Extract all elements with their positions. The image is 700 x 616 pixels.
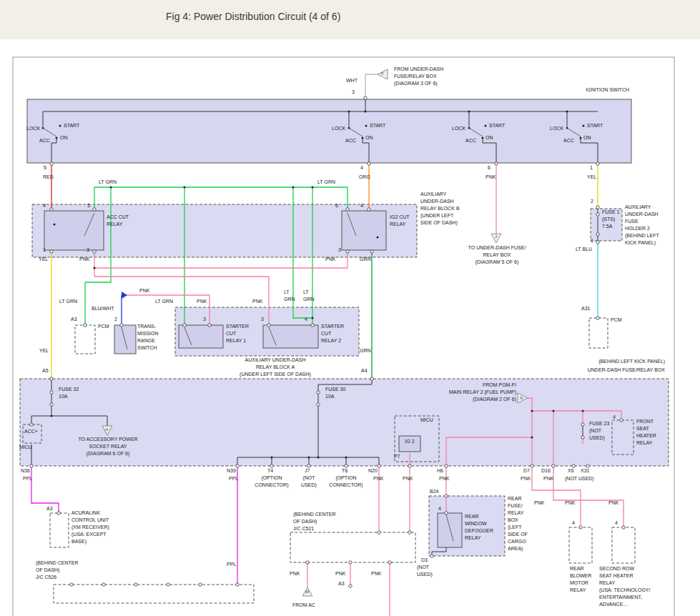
- pin-label: 5: [44, 164, 46, 172]
- label-pcm: PCM: [98, 323, 109, 330]
- terminal: [183, 324, 186, 327]
- junction-dot: [566, 127, 568, 129]
- wire-color-label: PNK: [543, 475, 553, 482]
- wire-color-label: PNK: [197, 298, 207, 305]
- terminal: [622, 526, 625, 529]
- wire-color-label: ORG: [359, 174, 370, 181]
- junction-dot: [312, 317, 314, 319]
- pin-label: X31: [581, 467, 589, 475]
- wire-color-label: PNK: [139, 287, 149, 294]
- pin-label: 1: [590, 164, 593, 172]
- pin-label: A5: [42, 367, 49, 374]
- starter-cut-relay-1-box: [179, 325, 223, 348]
- label-second-row-heater: SECOND ROW SEAT HEATER RELAY (USA: TECHN…: [599, 565, 650, 608]
- pin-label: 6: [335, 202, 338, 209]
- wire-color-label: LT GRN: [155, 298, 173, 305]
- junction-dot: [308, 457, 310, 459]
- junction-dot: [482, 137, 484, 139]
- label-from-diagram3: FROM UNDER-DASH FUSE/RELAY BOX (DIAGRAM …: [394, 66, 443, 87]
- pin-label: X6: [568, 467, 574, 475]
- pin-label: A3: [46, 505, 53, 512]
- wire-color-label: PNK: [373, 475, 383, 482]
- wire-color-label: PNK: [534, 500, 544, 507]
- connector-letter-n: N: [520, 396, 523, 401]
- junction-dot: [377, 237, 379, 239]
- wire-color-label: LT GRN: [303, 289, 315, 303]
- pin-label: D3: [421, 557, 428, 564]
- terminal: [370, 377, 373, 380]
- label-not-used: (NOT USED): [300, 475, 318, 489]
- wire-color-label: YEL: [39, 347, 49, 354]
- pin-label: A4: [361, 367, 368, 374]
- junction-dot: [365, 111, 367, 113]
- wire-color-label: GRN: [360, 256, 371, 263]
- switch-label-start: START: [489, 122, 505, 129]
- wire-color-label: PPL: [23, 475, 32, 482]
- label-behind-kick-panel: (BEHIND LEFT KICK PANEL): [565, 358, 665, 365]
- switch-label-acc: ACC: [563, 137, 574, 144]
- terminal: [199, 583, 202, 586]
- junction-dot: [468, 111, 470, 113]
- junction-dot: [345, 457, 347, 459]
- wire-color-label: PNK: [290, 570, 300, 577]
- terminal: [346, 208, 349, 211]
- terminal: [378, 531, 380, 534]
- terminal: [70, 583, 73, 586]
- pin-label: 4: [360, 164, 363, 172]
- label-rear-defogger: REAR WINDOW DEFOGGER RELAY: [465, 513, 493, 542]
- terminal: [596, 213, 599, 216]
- pin-label: 3: [203, 316, 206, 323]
- junction-dot: [468, 127, 470, 129]
- junction-dot: [348, 111, 350, 113]
- connector-letter-j: J: [495, 234, 497, 239]
- junction-dot: [485, 125, 487, 127]
- wire-color-label: LT GRN: [284, 289, 295, 303]
- terminal: [102, 583, 105, 586]
- switch-label-lock: LOCK: [452, 125, 465, 132]
- terminal: [581, 436, 584, 439]
- terminal: [50, 208, 53, 211]
- pin-label: 5: [87, 202, 90, 209]
- junction-dot: [184, 187, 186, 189]
- pin-label: 3: [261, 316, 264, 323]
- switch-label-acc: ACC: [39, 137, 50, 144]
- terminal: [620, 419, 623, 422]
- pin-label: 4: [613, 414, 616, 421]
- terminal: [495, 162, 498, 165]
- terminal: [50, 377, 53, 380]
- wire-color-label: PNK: [403, 475, 413, 482]
- pin-label: 4: [305, 316, 307, 323]
- terminal: [368, 162, 370, 165]
- label-relay-block-b: AUXILIARY UNDER-DASH RELAY BLOCK B (UNDE…: [420, 191, 460, 227]
- label-jc-c526: (BEHIND CENTER OF DASH) J/C C526: [36, 560, 79, 581]
- terminal: [236, 465, 239, 467]
- pin-label: D16: [541, 467, 551, 475]
- label-pcm: PCM: [611, 317, 622, 324]
- pin-label: 1: [43, 247, 46, 254]
- junction-dot: [531, 410, 533, 412]
- terminal: [317, 391, 320, 394]
- terminal: [445, 465, 448, 467]
- wire-color-label: LT GRN: [59, 298, 77, 305]
- terminal: [531, 465, 533, 467]
- pin-label: 2: [591, 198, 593, 205]
- pin-label: 3: [352, 89, 355, 96]
- pin-label: T4: [267, 467, 273, 475]
- terminal: [349, 561, 352, 564]
- terminal: [378, 465, 380, 467]
- wire-color-label: YEL: [39, 256, 48, 263]
- junction-dot: [292, 187, 295, 189]
- switch-label-on: ON: [365, 134, 373, 141]
- label-fuse32: FUSE 32 10A: [59, 386, 79, 400]
- terminal: [311, 324, 314, 327]
- label-ignition-switch: IGNITION SWITCH: [572, 86, 629, 94]
- terminal: [208, 324, 211, 327]
- terminal: [408, 531, 411, 534]
- junction-dot: [42, 127, 44, 129]
- label-starter-cut-1: STARTER CUT RELAY 1: [226, 323, 249, 344]
- wire-color-label: PNK: [565, 500, 575, 507]
- pin-label: 4: [572, 520, 575, 527]
- terminal: [596, 233, 599, 236]
- label-option-connector: (OPTION CONNECTOR): [255, 475, 289, 489]
- junction-dot: [531, 437, 533, 439]
